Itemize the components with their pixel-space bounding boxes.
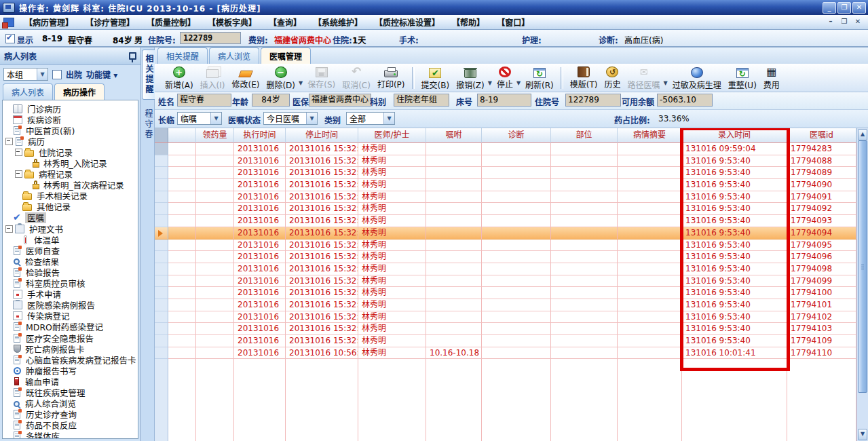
cell-entry-time[interactable]: 131016 9:53:40: [682, 203, 787, 215]
cell-diagnosis[interactable]: [482, 179, 551, 191]
cell-blank[interactable]: [168, 287, 196, 299]
cell-diagnosis[interactable]: [482, 263, 551, 275]
table-row[interactable]: 2013101620131016 15:32:00林秀明131016 9:53:…: [155, 275, 868, 288]
cell-entry-time[interactable]: 131016 9:53:40: [682, 155, 787, 168]
tree-item-hospital-infection-report[interactable]: 医院感染病例报告: [5, 300, 138, 311]
mdi-close-button[interactable]: ✕: [853, 18, 863, 26]
table-row[interactable]: 2013101620131016 15:32:00林秀明131016 9:53:…: [155, 167, 868, 179]
tree-expander-icon[interactable]: [15, 170, 22, 178]
cell-indicator[interactable]: [155, 251, 168, 263]
menu-item-system-maintenance[interactable]: 【系统维护】: [309, 14, 367, 30]
cell-entry-time[interactable]: 131016 9:53:40: [682, 311, 787, 324]
cell-doctor-nurse[interactable]: 林秀明: [358, 227, 426, 239]
cell-stop-time[interactable]: 20131016 15:32:00: [286, 275, 358, 288]
cell-entry-time[interactable]: 131016 9:53:40: [682, 323, 787, 335]
table-row[interactable]: 2013101620131016 15:32:00林秀明131016 9:53:…: [155, 299, 868, 311]
dropdown-arrow-icon[interactable]: ▼: [488, 80, 492, 86]
add-button[interactable]: +新增(A): [162, 65, 197, 91]
cell-body-part[interactable]: [551, 227, 618, 239]
cell-body-part[interactable]: [551, 239, 618, 252]
pin-icon[interactable]: [129, 52, 136, 60]
cell-body-part[interactable]: [551, 323, 618, 335]
table-row[interactable]: 2013101620131016 15:32:00林秀明131016 9:53:…: [155, 263, 868, 275]
scrollbar-thumb[interactable]: [858, 140, 867, 393]
cell-indicator[interactable]: [155, 143, 168, 155]
table-row[interactable]: 2013101620131016 15:32:00林秀明131016 9:53:…: [155, 287, 868, 299]
cell-exec-time[interactable]: 20131016: [234, 191, 286, 204]
column-header-doctor-nurse[interactable]: 医师/护士: [358, 128, 426, 143]
tree-item-inpatient-records[interactable]: 住院记录: [5, 147, 138, 157]
cell-dispense-qty[interactable]: [196, 215, 234, 227]
cell-dispense-qty[interactable]: [196, 335, 234, 347]
cell-stop-time[interactable]: 20131016 15:32:00: [286, 179, 358, 191]
dropdown-arrow-icon[interactable]: ▼: [516, 80, 521, 86]
stop-button[interactable]: 停止: [493, 65, 516, 91]
cell-order-id[interactable]: 17794088: [787, 155, 856, 168]
cell-exec-time[interactable]: 20131016: [234, 179, 286, 191]
scroll-down-arrow[interactable]: ▼: [858, 429, 867, 440]
cell-body-part[interactable]: [551, 203, 618, 215]
tree-item-temperature-chart[interactable]: 体温单: [5, 234, 138, 245]
order-status-select[interactable]: 今日医嘱▼: [263, 112, 318, 125]
cell-entry-time[interactable]: 131016 9:53:40: [682, 239, 787, 252]
sidebar-tab-record-operations[interactable]: 病历操作: [54, 83, 105, 100]
cell-diagnosis[interactable]: [482, 227, 551, 239]
table-row[interactable]: 2013101620131016 15:32:00林秀明131016 9:53:…: [155, 311, 868, 324]
admission-no-input[interactable]: 122789: [180, 32, 241, 44]
cell-blank[interactable]: [168, 239, 196, 252]
restore-button[interactable]: ❐: [837, 2, 851, 14]
cell-entry-time[interactable]: 131016 9:53:40: [682, 263, 787, 275]
tree-item-surgery-application[interactable]: 手术申请: [5, 289, 138, 300]
cell-instruction[interactable]: [426, 323, 482, 335]
menu-item-qc-standard-settings[interactable]: 【质控标准设置】: [370, 14, 445, 30]
cell-order-id[interactable]: 17794098: [787, 263, 856, 275]
cell-order-id[interactable]: 17794094: [787, 227, 856, 239]
cell-condition-summary[interactable]: [618, 179, 682, 191]
cell-dispense-qty[interactable]: [196, 311, 234, 324]
cell-doctor-nurse[interactable]: 林秀明: [358, 215, 426, 227]
cell-body-part[interactable]: [551, 191, 618, 204]
tree-item-first-progress-note-linxiuming[interactable]: 林秀明_首次病程记录: [5, 180, 138, 191]
cell-instruction[interactable]: [426, 191, 482, 204]
scroll-up-arrow[interactable]: ▲: [858, 129, 867, 140]
cell-instruction[interactable]: [426, 215, 482, 227]
cell-dispense-qty[interactable]: [196, 191, 234, 204]
cell-doctor-nurse[interactable]: 林秀明: [358, 239, 426, 252]
cell-indicator[interactable]: [155, 287, 168, 299]
tree-item-physician-self-check[interactable]: 医师自查: [5, 245, 138, 256]
tree-item-disease-diagnosis[interactable]: 疾病诊断: [5, 114, 138, 125]
cell-order-id[interactable]: 17794096: [787, 251, 856, 263]
cell-indicator[interactable]: [155, 191, 168, 204]
cell-exec-time[interactable]: 20131016: [234, 167, 286, 179]
cell-order-id[interactable]: 17794102: [787, 311, 856, 324]
rearrange-button[interactable]: ↻重整(U): [725, 65, 760, 91]
cell-exec-time[interactable]: 20131016: [234, 347, 286, 360]
cell-diagnosis[interactable]: [482, 311, 551, 324]
tree-expander-icon[interactable]: [5, 138, 13, 145]
table-row[interactable]: 2013101620131016 15:32:00林秀明131016 9:53:…: [155, 215, 868, 227]
tree-item-tcm-homepage-new[interactable]: 中医首页(新): [5, 125, 138, 136]
cell-exec-time[interactable]: 20131016: [234, 287, 286, 299]
cell-doctor-nurse[interactable]: 林秀明: [358, 323, 426, 335]
column-header-stop-time[interactable]: 停止时间: [286, 128, 358, 143]
cell-dispense-qty[interactable]: [196, 167, 234, 179]
cell-blank[interactable]: [168, 227, 196, 239]
column-header-instruction[interactable]: 嘱咐: [426, 128, 482, 143]
chevron-down-icon[interactable]: ▼: [210, 113, 221, 124]
cell-stop-time[interactable]: 20131016 15:32:00: [286, 263, 358, 275]
cell-doctor-nurse[interactable]: 林秀明: [358, 287, 426, 299]
cell-indicator[interactable]: [155, 299, 168, 311]
cell-order-id[interactable]: 17794095: [787, 239, 856, 252]
cell-blank[interactable]: [168, 215, 196, 227]
cell-dispense-qty[interactable]: [196, 299, 234, 311]
group-select[interactable]: 本组 ▼: [3, 68, 48, 81]
cell-condition-summary[interactable]: [618, 167, 682, 179]
cell-dispense-qty[interactable]: [196, 155, 234, 168]
template-button[interactable]: 模版(T): [567, 65, 601, 91]
cell-stop-time[interactable]: 20131016 15:32:00: [286, 227, 358, 239]
cell-instruction[interactable]: [426, 263, 482, 275]
mdi-minimize-button[interactable]: –: [826, 18, 835, 26]
table-row[interactable]: 2013101620131016 15:32:00林秀明131016 9:53:…: [155, 191, 868, 204]
cell-doctor-nurse[interactable]: 林秀明: [358, 167, 426, 179]
refresh-button[interactable]: ↻刷新(R): [522, 65, 557, 91]
